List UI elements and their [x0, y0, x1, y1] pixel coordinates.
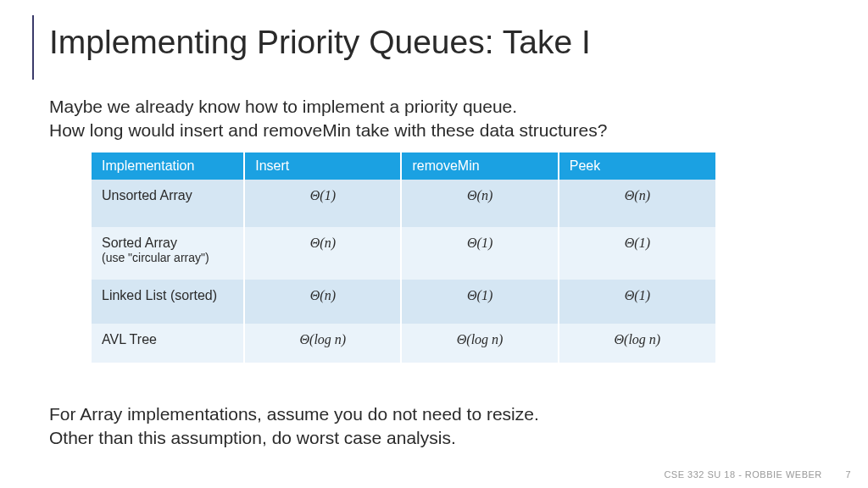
outro-line-2: Other than this assumption, do worst cas…: [49, 426, 539, 450]
table-header-row: Implementation Insert removeMin Peek: [92, 152, 715, 180]
cell-insert: Θ(1): [244, 180, 401, 227]
cell-peek: Θ(n): [559, 180, 715, 227]
cell-removemin: Θ(n): [401, 180, 558, 227]
cell-impl: Unsorted Array: [92, 180, 244, 227]
impl-name: Unsorted Array: [102, 188, 192, 202]
table-row: Linked List (sorted) Θ(n) Θ(1) Θ(1): [92, 280, 715, 324]
slide-title: Implementing Priority Queues: Take I: [49, 24, 591, 61]
table-row: Sorted Array (use "circular array") Θ(n)…: [92, 227, 715, 280]
header-removemin: removeMin: [401, 152, 558, 180]
outro-bold: worst case: [297, 428, 381, 447]
complexity-table: Implementation Insert removeMin Peek Uns…: [92, 152, 715, 363]
impl-name: Linked List (sorted): [102, 288, 217, 302]
outro-text: For Array implementations, assume you do…: [49, 402, 539, 451]
outro-part-a: Other than this assumption, do: [49, 428, 297, 447]
cell-impl: AVL Tree: [92, 324, 244, 363]
impl-sub: (use "circular array"): [102, 251, 233, 264]
outro-part-c: analysis.: [381, 428, 456, 447]
outro-line-1: For Array implementations, assume you do…: [49, 402, 539, 426]
table-row: Unsorted Array Θ(1) Θ(n) Θ(n): [92, 180, 715, 227]
title-accent-bar: [32, 15, 34, 80]
impl-name: Sorted Array: [102, 236, 177, 250]
cell-impl: Linked List (sorted): [92, 280, 244, 324]
header-insert: Insert: [244, 152, 401, 180]
impl-name: AVL Tree: [102, 332, 157, 347]
cell-removemin: Θ(1): [401, 280, 558, 324]
intro-text: Maybe we already know how to implement a…: [49, 95, 607, 143]
cell-peek: Θ(1): [559, 280, 715, 324]
cell-removemin: Θ(1): [401, 227, 558, 280]
cell-peek: Θ(log n): [559, 324, 715, 363]
table-row: AVL Tree Θ(log n) Θ(log n) Θ(log n): [92, 324, 715, 363]
footer-course: CSE 332 SU 18 - ROBBIE WEBER: [664, 469, 821, 480]
header-peek: Peek: [559, 152, 715, 180]
cell-removemin: Θ(log n): [401, 324, 558, 363]
cell-insert: Θ(log n): [244, 324, 401, 363]
cell-insert: Θ(n): [244, 280, 401, 324]
cell-peek: Θ(1): [559, 227, 715, 280]
slide-footer: CSE 332 SU 18 - ROBBIE WEBER 7: [664, 469, 851, 480]
page-number: 7: [845, 469, 851, 480]
intro-line-2: How long would insert and removeMin take…: [49, 119, 607, 142]
cell-impl: Sorted Array (use "circular array"): [92, 227, 244, 280]
header-implementation: Implementation: [92, 152, 244, 180]
intro-line-1: Maybe we already know how to implement a…: [49, 95, 607, 119]
cell-insert: Θ(n): [244, 227, 401, 280]
